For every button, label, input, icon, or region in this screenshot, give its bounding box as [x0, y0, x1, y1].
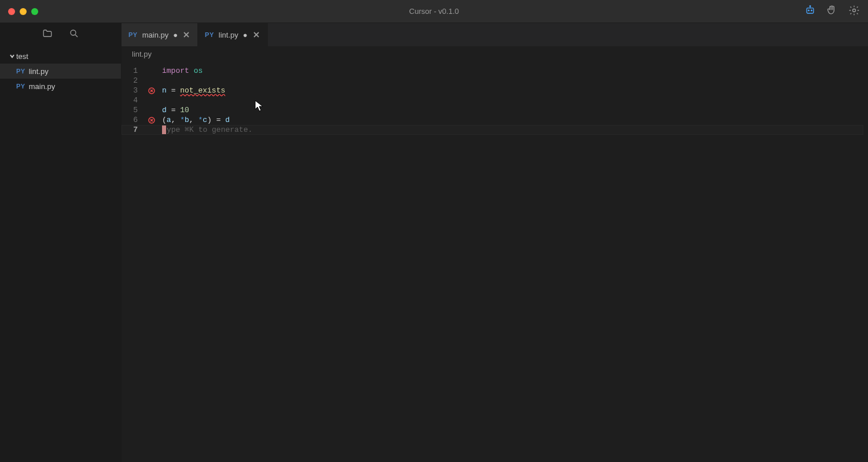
code-line[interactable]: 4	[122, 95, 868, 105]
editor-area: PYmain.py●PYlint.py● lint.py 1import os2…	[122, 23, 868, 462]
titlebar: Cursor - v0.1.0	[0, 0, 868, 23]
code-line[interactable]: 5d = 10	[122, 105, 868, 115]
tab-dirty-indicator: ●	[173, 31, 178, 39]
sidebar-toolbar	[0, 23, 121, 46]
tab-lang-badge: PY	[128, 31, 138, 38]
sidebar: test PYlint.pyPYmain.py	[0, 23, 122, 462]
folder-name: test	[16, 52, 28, 61]
line-number: 2	[122, 76, 145, 86]
ai-icon[interactable]	[804, 5, 816, 19]
line-number: 6	[122, 115, 145, 125]
code-text: d = 10	[159, 105, 189, 115]
svg-point-6	[71, 30, 76, 35]
line-number: 3	[122, 86, 145, 95]
window-zoom-button[interactable]	[31, 8, 38, 15]
line-number: 5	[122, 105, 145, 115]
settings-icon[interactable]	[848, 5, 860, 19]
line-number: 1	[122, 66, 145, 76]
code-line[interactable]: 3n = not_exists	[122, 86, 868, 95]
main-area: test PYlint.pyPYmain.py PYmain.py●PYlint…	[0, 23, 868, 462]
tab-dirty-indicator: ●	[243, 31, 248, 39]
tab-close-button[interactable]	[182, 31, 190, 39]
code-line[interactable]: 2	[122, 76, 868, 86]
tab-close-button[interactable]	[252, 31, 260, 39]
file-row[interactable]: PYlint.py	[0, 64, 121, 79]
file-tree: test PYlint.pyPYmain.py	[0, 46, 121, 96]
tab-lang-badge: PY	[205, 31, 214, 38]
svg-point-5	[853, 9, 856, 12]
svg-rect-0	[807, 8, 814, 13]
code-text: (a, *b, *c) = d	[159, 115, 230, 125]
file-lang-badge: PY	[16, 68, 25, 75]
code-text: n = not_exists	[159, 86, 225, 95]
code-text: import os	[159, 66, 203, 76]
window-minimize-button[interactable]	[20, 8, 27, 15]
svg-point-4	[811, 10, 812, 11]
search-icon[interactable]	[69, 28, 79, 41]
tab-bar: PYmain.py●PYlint.py●	[122, 23, 868, 46]
window-title: Cursor - v0.1.0	[409, 7, 459, 16]
folder-row[interactable]: test	[0, 49, 121, 64]
breadcrumb-item: lint.py	[132, 50, 152, 58]
file-name: lint.py	[29, 67, 49, 76]
window-controls	[8, 8, 38, 15]
tab-filename: lint.py	[219, 31, 238, 39]
file-name: main.py	[29, 82, 56, 91]
svg-line-7	[75, 35, 78, 37]
folder-icon[interactable]	[42, 28, 53, 41]
wave-icon[interactable]	[826, 5, 838, 19]
code-editor[interactable]: 1import os23n = not_exists45d = 106(a, *…	[122, 62, 868, 462]
error-icon	[145, 117, 159, 124]
line-number: 4	[122, 95, 145, 105]
file-row[interactable]: PYmain.py	[0, 79, 121, 94]
editor-tab[interactable]: PYlint.py●	[198, 23, 268, 46]
editor-tab[interactable]: PYmain.py●	[122, 23, 198, 46]
tab-filename: main.py	[142, 31, 169, 39]
breadcrumb[interactable]: lint.py	[122, 46, 868, 62]
error-icon	[145, 87, 159, 94]
chevron-down-icon	[8, 53, 16, 59]
window-close-button[interactable]	[8, 8, 15, 15]
svg-point-3	[808, 10, 810, 11]
file-lang-badge: PY	[16, 83, 25, 90]
titlebar-actions	[804, 5, 860, 19]
code-line[interactable]: 6(a, *b, *c) = d	[122, 115, 868, 125]
code-line[interactable]: 1import os	[122, 66, 868, 76]
